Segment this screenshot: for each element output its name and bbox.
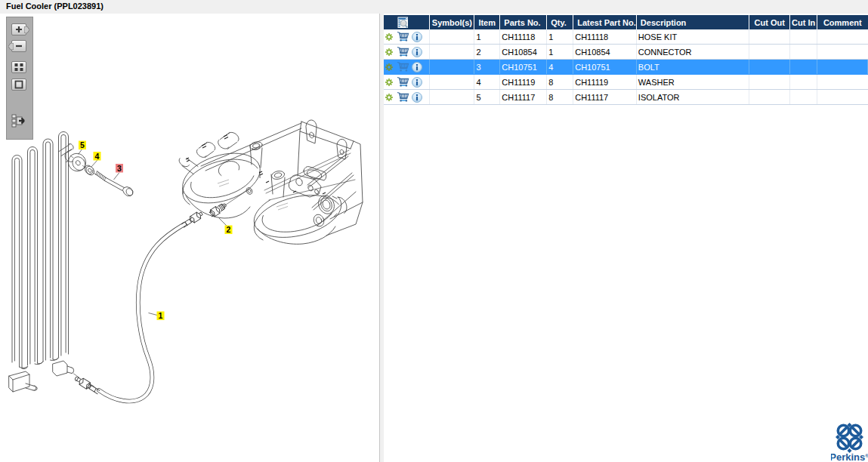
- svg-text:4: 4: [95, 152, 100, 161]
- svg-text:1: 1: [159, 311, 163, 320]
- svg-text:Perkins®: Perkins®: [831, 451, 868, 462]
- svg-text:2: 2: [227, 225, 231, 234]
- svg-text:3: 3: [117, 164, 122, 173]
- svg-text:5: 5: [80, 140, 85, 149]
